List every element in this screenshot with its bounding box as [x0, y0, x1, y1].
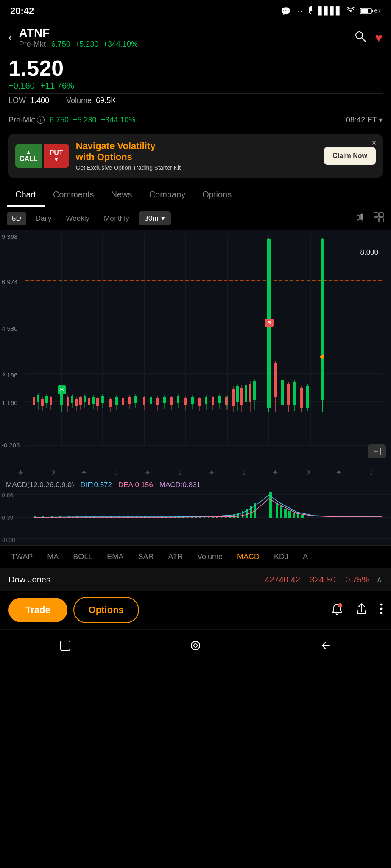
candlestick-group — [33, 238, 324, 412]
y-label-1: 9.368 — [2, 233, 18, 240]
svg-rect-112 — [274, 363, 277, 397]
tf-weekly[interactable]: Weekly — [61, 212, 95, 225]
svg-rect-79 — [170, 397, 173, 405]
share-button[interactable] — [355, 602, 368, 618]
info-icon[interactable]: i — [37, 116, 45, 124]
dn-3: ☀ — [68, 469, 100, 477]
ad-call-icon: ▲ CALL — [15, 144, 42, 168]
layout-button[interactable] — [373, 212, 384, 225]
y-label-5: 1.160 — [2, 399, 18, 406]
index-expand-button[interactable]: ∧ — [376, 574, 383, 585]
tf-30m-dropdown[interactable]: 30m ▾ — [139, 211, 171, 225]
y-label-4: 2.186 — [2, 372, 18, 379]
chart-tabs: Chart Comments News Company Options — [0, 184, 391, 207]
sys-home-button[interactable] — [181, 636, 210, 658]
ad-close-button[interactable]: × — [371, 138, 377, 148]
ind-boll[interactable]: BOLL — [68, 550, 98, 564]
svg-rect-120 — [300, 388, 303, 408]
ind-twap[interactable]: TWAP — [6, 550, 38, 564]
dn-7: ☀ — [196, 469, 227, 477]
search-button[interactable] — [354, 30, 366, 45]
svg-rect-47 — [75, 399, 78, 406]
svg-rect-198 — [61, 641, 70, 650]
ind-kdj[interactable]: KDJ — [269, 550, 293, 564]
dn-5: ☀ — [132, 469, 164, 477]
svg-rect-57 — [96, 398, 99, 406]
ind-atr[interactable]: ATR — [163, 550, 188, 564]
tf-5d[interactable]: 5D — [7, 212, 26, 225]
svg-rect-83 — [184, 398, 187, 405]
svg-rect-43 — [67, 397, 69, 406]
svg-rect-73 — [150, 397, 152, 404]
svg-rect-59 — [101, 396, 104, 403]
day-night-row: ☀ ☽ ☀ ☽ ☀ ☽ ☀ ☽ ☀ ☽ ☀ ☽ — [0, 467, 391, 478]
trade-button[interactable]: Trade — [8, 598, 67, 622]
svg-point-197 — [380, 612, 383, 614]
dn-8: ☽ — [227, 469, 259, 477]
macd-chart[interactable]: 0.86 0.39 -0.08 — [0, 490, 391, 545]
premkt-time[interactable]: 08:42 ET ▾ — [346, 115, 383, 125]
tf-monthly[interactable]: Monthly — [99, 212, 134, 225]
main-chart[interactable]: 9.368 6.974 4.580 2.186 1.160 -0.208 8.0… — [0, 230, 391, 467]
signal-icon: ▋▋▋▋ — [318, 6, 342, 16]
svg-point-125 — [320, 355, 324, 359]
price-section: 1.520 +0.160 +11.76% LOW 1.400 Volume 69… — [0, 53, 391, 112]
svg-rect-81 — [177, 396, 179, 403]
expand-chart-button[interactable]: ←| — [368, 444, 386, 458]
tab-news[interactable]: News — [103, 184, 141, 207]
svg-line-4 — [362, 38, 365, 41]
system-nav — [0, 629, 391, 665]
svg-rect-190 — [288, 511, 291, 518]
ind-a[interactable]: A — [298, 550, 313, 564]
ind-ma[interactable]: MA — [42, 550, 64, 564]
ind-ema[interactable]: EMA — [102, 550, 128, 564]
svg-rect-122 — [306, 386, 309, 408]
action-bar: Trade Options — [0, 591, 391, 629]
svg-rect-75 — [156, 398, 159, 405]
dn-6: ☽ — [164, 469, 196, 477]
ad-put-icon: PUT ▼ — [44, 144, 69, 168]
svg-text:S: S — [268, 320, 271, 326]
svg-rect-193 — [301, 515, 304, 518]
macd-svg — [0, 490, 391, 545]
svg-rect-102 — [240, 388, 243, 405]
premkt-label: Pre-Mkt i — [8, 116, 45, 125]
candlestick-button[interactable] — [355, 212, 366, 225]
tab-comments[interactable]: Comments — [45, 184, 103, 207]
status-icons: 💬 ··· ▋▋▋▋ 67 — [281, 6, 381, 17]
ad-icons: ▲ CALL PUT ▼ — [15, 144, 69, 168]
svg-rect-187 — [276, 503, 278, 518]
svg-rect-77 — [163, 397, 166, 403]
back-button[interactable]: ‹ — [8, 31, 12, 44]
svg-rect-180 — [233, 514, 235, 518]
favorite-button[interactable]: ♥ — [375, 31, 383, 45]
bell-button[interactable] — [331, 602, 344, 618]
tab-options[interactable]: Options — [194, 184, 240, 207]
ad-claim-button[interactable]: Claim Now — [324, 147, 376, 165]
tf-daily[interactable]: Daily — [31, 212, 57, 225]
index-value: 42740.42 — [265, 575, 300, 585]
options-button[interactable]: Options — [73, 597, 139, 623]
svg-rect-85 — [191, 397, 194, 404]
svg-text:B: B — [60, 387, 64, 393]
ind-sar[interactable]: SAR — [133, 550, 159, 564]
whatsapp-icon: 💬 — [281, 6, 291, 16]
svg-rect-104 — [245, 385, 247, 402]
dn-4: ☽ — [100, 469, 132, 477]
tab-chart[interactable]: Chart — [7, 184, 45, 207]
svg-rect-189 — [284, 509, 287, 518]
svg-rect-100 — [236, 386, 239, 402]
svg-point-199 — [191, 641, 200, 650]
sys-back-button[interactable] — [311, 636, 340, 658]
svg-rect-61 — [109, 399, 112, 407]
svg-rect-63 — [115, 397, 118, 405]
sys-square-button[interactable] — [51, 636, 80, 658]
tab-company[interactable]: Company — [141, 184, 194, 207]
dn-9: ☀ — [259, 469, 291, 477]
svg-rect-33 — [37, 395, 39, 402]
svg-rect-98 — [232, 389, 235, 406]
more-button[interactable] — [380, 603, 383, 617]
ind-macd[interactable]: MACD — [232, 550, 265, 564]
ind-volume[interactable]: Volume — [192, 550, 228, 564]
svg-point-200 — [194, 644, 197, 647]
